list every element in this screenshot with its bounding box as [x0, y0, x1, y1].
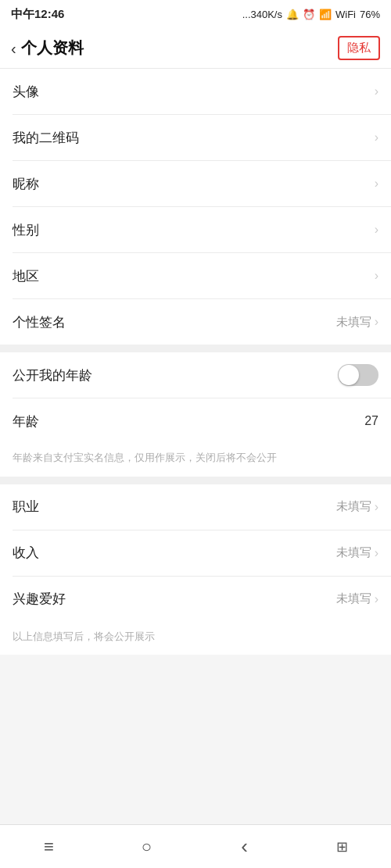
- interests-value: 未填写: [336, 591, 371, 606]
- career-label: 职业: [13, 498, 39, 516]
- menu-button[interactable]: ≡: [0, 837, 98, 857]
- profile-section: 职业 未填写 › 收入 未填写 › 兴趣爱好 未填写 › 以上信息填写后，将会公…: [0, 484, 391, 655]
- signature-right: 未填写 ›: [336, 315, 378, 330]
- signature-label: 个性签名: [13, 313, 66, 331]
- qrcode-label: 我的二维码: [13, 129, 79, 147]
- nickname-chevron: ›: [375, 177, 378, 191]
- interests-item[interactable]: 兴趣爱好 未填写 ›: [0, 577, 391, 622]
- qrcode-item[interactable]: 我的二维码 ›: [0, 115, 391, 160]
- income-value: 未填写: [336, 545, 371, 560]
- interests-right: 未填写 ›: [336, 591, 378, 606]
- career-item[interactable]: 职业 未填写 ›: [0, 484, 391, 530]
- privacy-button[interactable]: 隐私: [338, 36, 380, 60]
- interests-label: 兴趣爱好: [13, 590, 66, 608]
- bottom-nav: ≡ ○ ‹ ⊞: [0, 824, 391, 868]
- interests-chevron: ›: [375, 592, 378, 606]
- share-button[interactable]: ⊞: [293, 838, 391, 855]
- region-item[interactable]: 地区 ›: [0, 253, 391, 298]
- age-label: 年龄: [13, 413, 39, 430]
- age-section: 公开我的年龄 年龄 27 年龄来自支付宝实名信息，仅用作展示，关闭后将不会公开: [0, 352, 391, 477]
- nickname-right: ›: [375, 177, 378, 191]
- income-right: 未填写 ›: [336, 545, 378, 560]
- gender-right: ›: [375, 223, 378, 237]
- signature-value: 未填写: [336, 315, 371, 330]
- signature-item[interactable]: 个性签名 未填写 ›: [0, 299, 391, 345]
- toggle-thumb: [339, 365, 359, 385]
- region-label: 地区: [13, 267, 39, 285]
- income-item[interactable]: 收入 未填写 ›: [0, 530, 391, 576]
- section-divider-2: [0, 477, 391, 484]
- avatar-right: ›: [375, 84, 378, 98]
- show-age-item[interactable]: 公开我的年龄: [0, 352, 391, 398]
- income-chevron: ›: [375, 546, 378, 560]
- status-bar: 中午12:46 ...340K/s 🔔 ⏰ 📶 WiFi 76%: [0, 0, 391, 28]
- back-icon: ‹: [11, 41, 16, 56]
- region-right: ›: [375, 269, 378, 283]
- wifi-icon: WiFi: [335, 9, 356, 20]
- qrcode-chevron: ›: [375, 130, 378, 145]
- status-time: 中午12:46: [11, 7, 64, 22]
- avatar-chevron: ›: [375, 84, 378, 98]
- back-nav-icon: ‹: [241, 834, 248, 859]
- career-right: 未填写 ›: [336, 499, 378, 514]
- career-value: 未填写: [336, 499, 371, 514]
- gender-item[interactable]: 性别 ›: [0, 207, 391, 252]
- home-button[interactable]: ○: [98, 837, 196, 857]
- income-label: 收入: [13, 544, 39, 562]
- page-title: 个人资料: [21, 38, 84, 59]
- age-note: 年龄来自支付宝实名信息，仅用作展示，关闭后将不会公开: [0, 444, 391, 477]
- gender-label: 性别: [13, 221, 39, 239]
- nav-bar: ‹ 个人资料 隐私: [0, 28, 391, 69]
- region-chevron: ›: [375, 269, 378, 283]
- age-item: 年龄 27: [0, 398, 391, 444]
- home-icon: ○: [142, 837, 152, 857]
- alarm-icon: ⏰: [303, 9, 315, 20]
- career-chevron: ›: [375, 500, 378, 514]
- share-icon: ⊞: [336, 838, 348, 855]
- nickname-label: 昵称: [13, 175, 39, 193]
- status-right: ...340K/s 🔔 ⏰ 📶 WiFi 76%: [242, 9, 380, 20]
- avatar-label: 头像: [13, 83, 39, 101]
- back-nav-button[interactable]: ‹: [196, 834, 293, 859]
- show-age-label: 公开我的年龄: [13, 366, 92, 384]
- age-toggle[interactable]: [338, 364, 378, 386]
- signal-icon: 📶: [319, 9, 332, 20]
- nickname-item[interactable]: 昵称 ›: [0, 161, 391, 206]
- avatar-item[interactable]: 头像 ›: [0, 69, 391, 114]
- age-value: 27: [364, 414, 378, 428]
- signature-chevron: ›: [375, 315, 378, 329]
- section-divider-1: [0, 345, 391, 352]
- battery-icon: 76%: [360, 9, 380, 20]
- back-button[interactable]: ‹ 个人资料: [11, 38, 84, 59]
- notification-icon: 🔔: [286, 9, 299, 20]
- public-note: 以上信息填写后，将会公开展示: [0, 622, 391, 655]
- basic-info-section: 头像 › 我的二维码 › 昵称 › 性别 › 地区 › 个性签名: [0, 69, 391, 345]
- qrcode-right: ›: [375, 130, 378, 145]
- menu-icon: ≡: [44, 837, 54, 857]
- bottom-spacer: [0, 655, 391, 717]
- network-speed: ...340K/s: [242, 9, 282, 20]
- gender-chevron: ›: [375, 223, 378, 237]
